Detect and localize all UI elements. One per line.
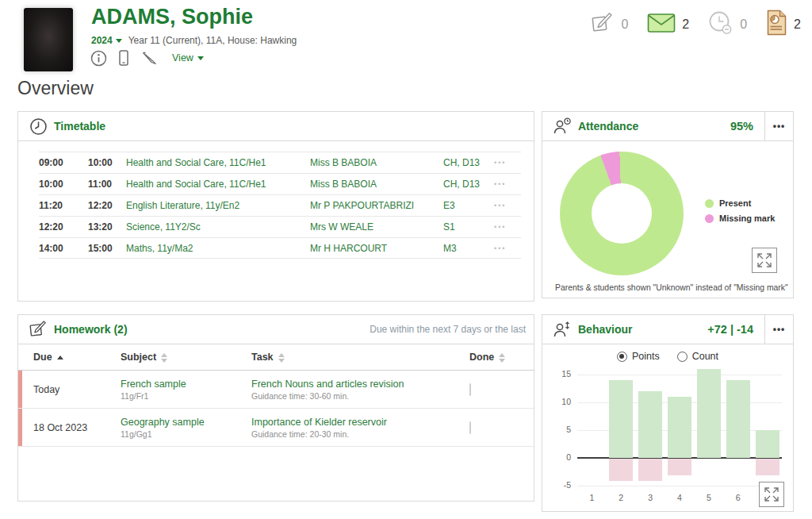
homework-column-header[interactable]: Due [33,352,121,363]
radio-icon [677,352,688,362]
student-photo[interactable] [24,8,73,71]
timetable-row: 09:0010:00Health and Social Care, 11C/He… [39,152,521,173]
homework-column-headers: DueSubjectTaskDone [18,344,534,371]
lesson-teacher: Miss B BABOIA [310,179,443,190]
lesson-subject-link[interactable]: Health and Social Care, 11C/He1 [126,157,310,168]
behaviour-menu-button[interactable]: ••• [764,315,793,344]
homework-task-link[interactable]: French Nouns and articles revision [251,379,469,390]
year-selector[interactable]: 2024 [91,35,122,46]
lesson-subject-link[interactable]: Science, 11Y2/Sc [126,221,310,233]
attendance-footnote: Parents & students shown "Unknown" inste… [555,283,788,292]
lesson-room: E3 [443,200,494,211]
sort-desc-icon [499,359,505,363]
lesson-subject-link[interactable]: Health and Social Care, 11C/He1 [126,179,310,190]
column-label: Due [33,352,52,363]
attendance-panel: Attendance 95% ••• PresentMissing mark P… [542,111,794,298]
attendance-value: 95% [730,120,753,133]
x-axis-tick-label: 2 [607,493,635,502]
timetable-title: Timetable [54,120,105,133]
lesson-end-time: 10:00 [88,157,126,168]
homework-column-header[interactable]: Done [469,352,534,363]
reports-counter[interactable]: 2 [766,10,801,39]
person-clock-icon [553,117,572,136]
timetable-body: 09:0010:00Health and Social Care, 11C/He… [18,152,534,259]
timetable-row: 12:2013:20Science, 11Y2/ScMrs W WEALES1•… [39,216,521,237]
sort-icon [57,356,63,359]
homework-subject-link[interactable]: Geography sample [121,417,251,428]
info-icon[interactable] [90,49,107,67]
lesson-start-time: 12:20 [39,221,88,233]
chevron-down-icon [116,39,122,43]
messages-count: 2 [682,17,689,32]
homework-due: 18 Oct 2023 [33,422,121,433]
lesson-start-time: 09:00 [39,157,88,168]
positive-bar [726,380,750,458]
attendance-expand-button[interactable] [752,248,777,273]
homework-due: Today [33,384,121,395]
homework-done-cell [469,384,534,395]
homework-task-link[interactable]: Importance of Kielder reservoir [251,417,469,428]
homework-class-code: 11g/Fr1 [121,391,251,401]
done-checkbox[interactable] [469,383,471,396]
lesson-room: S1 [443,221,494,233]
row-menu-button[interactable]: ••• [494,202,521,210]
lates-count: 0 [740,17,747,32]
row-menu-button[interactable]: ••• [494,223,521,231]
behaviour-mode-radio[interactable]: Count [677,351,718,362]
pencil-icon[interactable] [140,49,158,67]
done-checkbox[interactable] [469,421,471,434]
messages-counter[interactable]: 2 [647,13,689,37]
homework-column-header[interactable]: Task [251,352,469,363]
homework-pencil-icon [29,320,48,339]
negative-bar [638,459,662,481]
positive-bar [756,430,779,458]
homework-column-header[interactable]: Subject [121,352,251,363]
column-label: Done [469,352,494,363]
x-axis-tick-label: 5 [695,493,723,502]
phone-icon[interactable] [115,49,132,67]
homework-subject-link[interactable]: French sample [121,379,251,390]
gridline [577,375,782,375]
y-axis-tick-label: 0 [544,452,571,462]
y-axis-tick-label: 15 [544,369,571,379]
homework-done-cell [469,422,534,433]
lesson-end-time: 11:00 [88,179,126,190]
behaviour-expand-button[interactable] [759,482,784,507]
overdue-stripe [18,371,22,408]
legend-dot [705,199,714,208]
negative-bar [668,459,691,475]
sort-icon [499,353,505,363]
sort-asc-icon [278,353,285,357]
lesson-subject-link[interactable]: Maths, 11y/Ma2 [126,243,310,254]
lesson-subject-link[interactable]: English Literature, 11y/En2 [126,200,310,211]
homework-counter[interactable]: 0 [589,12,628,37]
row-menu-button[interactable]: ••• [494,244,521,252]
row-menu-button[interactable]: ••• [494,159,521,167]
homework-icon [589,12,615,37]
attendance-menu-button[interactable]: ••• [764,112,793,140]
sort-icon [278,353,285,363]
column-label: Subject [121,352,156,363]
behaviour-mode-radio[interactable]: Points [617,351,660,362]
sort-asc-icon [161,353,167,357]
student-name: ADAMS, Sophie [91,5,253,29]
positive-bar [697,369,721,458]
homework-body: TodayFrench sample11g/Fr1French Nouns an… [18,371,534,447]
behaviour-score: +72 | -14 [707,323,753,336]
homework-class-code: 11g/Gg1 [121,429,251,439]
timetable-row: 10:0011:00Health and Social Care, 11C/He… [39,173,521,194]
behaviour-title: Behaviour [578,323,632,336]
sort-asc-icon [57,356,63,359]
lesson-room: CH, D13 [443,179,494,190]
chevron-down-icon [197,56,204,60]
homework-task-cell: Importance of Kielder reservoirGuidance … [251,417,469,439]
view-dropdown[interactable]: View [172,52,204,63]
lates-counter[interactable]: 0 [708,10,747,39]
legend-item: Present [705,198,775,208]
behaviour-panel: Behaviour +72 | -14 ••• PointsCount 1510… [542,314,794,512]
positive-bar [638,391,662,458]
row-menu-button[interactable]: ••• [494,180,521,188]
homework-row: 18 Oct 2023Geography sample11g/Gg1Import… [18,409,534,447]
positive-bar [609,380,633,458]
lesson-start-time: 11:20 [39,200,88,211]
